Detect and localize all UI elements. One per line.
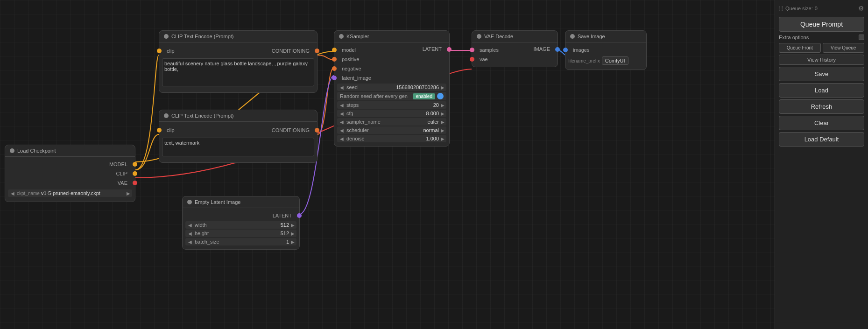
steps-field[interactable]: ◀ steps 20 ▶: [337, 101, 446, 109]
node-title-vae-decode: VAE Decode: [484, 34, 513, 39]
steps-arrow-right[interactable]: ▶: [441, 103, 445, 108]
port-clip-in-label: clip: [164, 48, 177, 54]
ckpt-value: v1-5-pruned-emaonly.ckpt: [41, 190, 127, 196]
width-arrow-right[interactable]: ▶: [291, 223, 295, 228]
node-title-save-image: Save Image: [578, 34, 605, 39]
steps-arrow-left[interactable]: ◀: [339, 103, 345, 108]
batch-size-value: 1: [286, 239, 289, 245]
sampler-name-field[interactable]: ◀ sampler_name euler ▶: [337, 118, 446, 126]
port-clip-label: CLIP: [113, 171, 130, 176]
port-negative-in: negative: [334, 64, 374, 73]
width-arrow-left[interactable]: ◀: [187, 223, 193, 228]
node-body-empty-latent: LATENT ◀ width 512 ▶ ◀ height 512 ▶ ◀ ba…: [183, 208, 299, 249]
view-queue-button[interactable]: View Queue: [823, 43, 865, 53]
port-latent-out-empty: LATENT: [183, 211, 299, 220]
batch-arrow-right[interactable]: ▶: [291, 239, 295, 245]
port-latent-out-label-empty: LATENT: [270, 213, 295, 218]
negative-prompt-textarea[interactable]: text, watermark: [162, 138, 314, 156]
node-body-vae-decode: samples vae IMAGE: [472, 42, 557, 67]
node-body-clip-positive: clip CONDITIONING beautiful scenery natu…: [159, 42, 317, 92]
extra-options-checkbox[interactable]: [859, 35, 864, 40]
ckpt-arrow-left[interactable]: ◀: [10, 191, 15, 196]
port-model-connector: [133, 162, 137, 167]
random-seed-toggle-dot[interactable]: [437, 93, 444, 99]
seed-arrow-right[interactable]: ▶: [441, 85, 445, 90]
right-panel: ⁞⁞ Queue size: 0 ⚙ Queue Prompt Extra op…: [775, 0, 868, 329]
port-clip-in-label-neg: clip: [164, 127, 177, 133]
node-body-load-checkpoint: MODEL CLIP VAE ◀ ckpt_name v1-5-pruned-e…: [5, 157, 135, 202]
denoise-arrow-left[interactable]: ◀: [339, 136, 345, 141]
steps-value: 20: [433, 102, 439, 108]
queue-size-value: 0: [815, 6, 818, 11]
cfg-value: 8.000: [426, 111, 439, 116]
random-seed-toggle[interactable]: Random seed after every gen enabled: [337, 92, 446, 100]
ckpt-arrow-right[interactable]: ▶: [127, 191, 130, 196]
port-in-clip-negative: clip: [159, 126, 177, 135]
port-latent-out-connector: [447, 47, 452, 52]
port-image-out-label: IMAGE: [531, 46, 553, 52]
height-field[interactable]: ◀ height 512 ▶: [185, 230, 296, 237]
scheduler-arrow-right[interactable]: ▶: [441, 128, 445, 133]
extra-options-label: Extra options: [779, 35, 859, 40]
node-title-ksampler: KSampler: [346, 34, 369, 39]
port-images-in: images: [565, 45, 646, 55]
cfg-arrow-right[interactable]: ▶: [441, 111, 445, 116]
batch-arrow-left[interactable]: ◀: [187, 239, 193, 245]
empty-latent-node: Empty Latent Image LATENT ◀ width 512 ▶ …: [182, 196, 300, 250]
save-button[interactable]: Save: [779, 67, 864, 81]
scheduler-field[interactable]: ◀ scheduler normal ▶: [337, 126, 446, 134]
scheduler-value: normal: [423, 127, 439, 133]
height-arrow-left[interactable]: ◀: [187, 231, 193, 236]
ckpt-name-field[interactable]: ◀ ckpt_name v1-5-pruned-emaonly.ckpt ▶: [8, 189, 132, 197]
queue-size-label: Queue size:: [785, 6, 813, 11]
filename-prefix-row: filename_prefix ComfyUI: [565, 55, 646, 67]
cfg-arrow-left[interactable]: ◀: [339, 111, 345, 116]
view-history-button[interactable]: View History: [779, 55, 864, 65]
port-samples-label: samples: [477, 47, 501, 53]
seed-label: seed: [345, 84, 396, 90]
port-conditioning-out-label-neg: CONDITIONING: [269, 127, 312, 133]
filename-prefix-value[interactable]: ComfyUI: [602, 56, 628, 65]
positive-prompt-textarea[interactable]: beautiful scenery nature glass bottle la…: [162, 58, 314, 86]
sampler-arrow-left[interactable]: ◀: [339, 119, 345, 125]
seed-value: 156680208700286: [396, 84, 439, 90]
denoise-field[interactable]: ◀ denoise 1.000 ▶: [337, 135, 446, 142]
port-latent-in-connector: [332, 76, 337, 80]
height-value: 512: [281, 231, 289, 236]
queue-prompt-button[interactable]: Queue Prompt: [779, 17, 864, 32]
sampler-arrow-right[interactable]: ▶: [441, 119, 445, 125]
height-arrow-right[interactable]: ▶: [291, 231, 295, 236]
port-out-conditioning-negative: CONDITIONING: [269, 126, 317, 135]
batch-size-field[interactable]: ◀ batch_size 1 ▶: [185, 238, 296, 245]
save-image-node: Save Image images filename_prefix ComfyU…: [565, 30, 647, 70]
load-button[interactable]: Load: [779, 83, 864, 98]
node-body-clip-negative: clip CONDITIONING text, watermark: [159, 122, 317, 162]
node-header-vae-decode: VAE Decode: [472, 31, 557, 42]
port-images-connector: [563, 48, 568, 52]
port-vae-decode-connector: [470, 57, 474, 62]
refresh-button[interactable]: Refresh: [779, 99, 864, 114]
node-title-clip-negative: CLIP Text Encode (Prompt): [171, 113, 234, 119]
seed-field[interactable]: ◀ seed 156680208700286 ▶: [337, 84, 446, 91]
port-latent-out-label: LATENT: [420, 46, 445, 52]
node-header-load-checkpoint: Load Checkpoint: [5, 145, 135, 157]
mini-btn-row: Queue Front View Queue: [779, 43, 864, 53]
ksampler-node: KSampler model positive negative la: [334, 30, 450, 147]
gear-icon[interactable]: ⚙: [858, 5, 864, 12]
clip-text-negative-node: CLIP Text Encode (Prompt) clip CONDITION…: [159, 110, 318, 163]
load-default-button[interactable]: Load Default: [779, 132, 864, 147]
scheduler-arrow-left[interactable]: ◀: [339, 128, 345, 133]
denoise-arrow-right[interactable]: ▶: [441, 136, 445, 141]
port-model-label: MODEL: [106, 161, 130, 167]
node-title-empty-latent: Empty Latent Image: [195, 199, 240, 205]
port-negative-in-label: negative: [339, 66, 364, 71]
random-seed-badge: enabled: [413, 93, 435, 99]
denoise-label: denoise: [345, 136, 426, 141]
cfg-field[interactable]: ◀ cfg 8.000 ▶: [337, 110, 446, 117]
port-positive-in-connector: [332, 57, 337, 62]
node-status-dot-save: [570, 34, 575, 39]
queue-front-button[interactable]: Queue Front: [779, 43, 821, 53]
width-field[interactable]: ◀ width 512 ▶: [185, 221, 296, 229]
seed-arrow-left[interactable]: ◀: [339, 85, 345, 90]
clear-button[interactable]: Clear: [779, 116, 864, 130]
